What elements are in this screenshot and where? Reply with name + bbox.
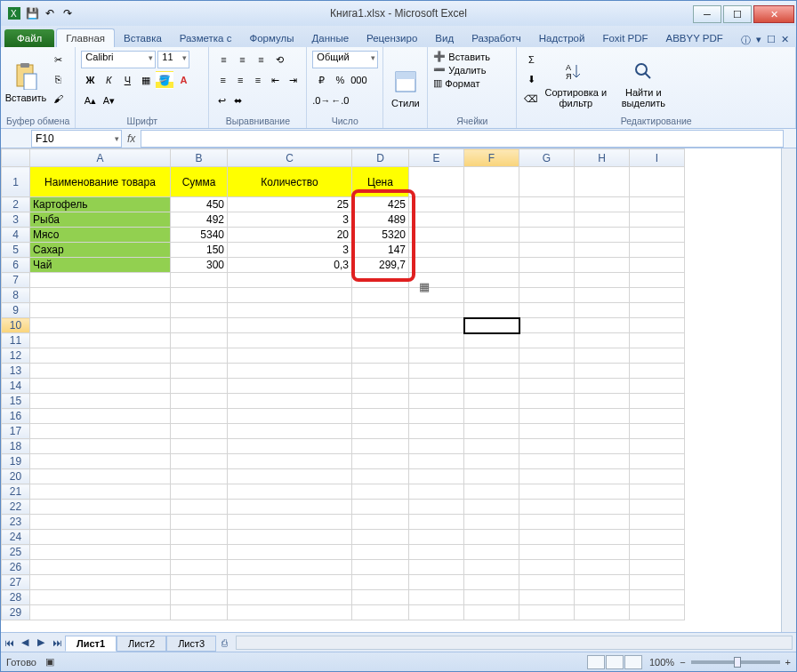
cell[interactable]: [575, 212, 630, 228]
cell-D3[interactable]: 489: [352, 212, 409, 228]
view-pagebreak-icon[interactable]: [624, 655, 642, 669]
select-all-corner[interactable]: [2, 149, 30, 167]
cell[interactable]: [519, 228, 575, 243]
cell[interactable]: [575, 243, 630, 258]
row-header-4[interactable]: 4: [2, 228, 30, 243]
comma-icon[interactable]: 000: [350, 71, 367, 89]
underline-button[interactable]: Ч: [118, 71, 136, 89]
undo-icon[interactable]: ↶: [42, 5, 58, 21]
cell-C3[interactable]: 3: [228, 212, 352, 228]
cell[interactable]: [464, 243, 519, 258]
save-icon[interactable]: 💾: [24, 5, 40, 21]
dec-decimal-icon[interactable]: ←.0: [331, 92, 349, 109]
italic-button[interactable]: К: [100, 71, 117, 89]
cell-A3[interactable]: Рыба: [30, 212, 171, 228]
sort-filter-button[interactable]: АЯ Сортировка и фильтр: [543, 51, 608, 114]
cell[interactable]: [464, 212, 519, 228]
row-header-27[interactable]: 27: [2, 575, 30, 590]
cell-C6[interactable]: 0,3: [228, 258, 352, 273]
styles-button[interactable]: Стили: [389, 51, 422, 124]
border-button[interactable]: ▦: [137, 71, 155, 89]
tab-home[interactable]: Главная: [56, 28, 115, 47]
col-header-H[interactable]: H: [575, 149, 630, 167]
row-header-3[interactable]: 3: [2, 212, 30, 228]
col-header-B[interactable]: B: [171, 149, 228, 167]
cell[interactable]: [630, 167, 685, 197]
insert-cells-label[interactable]: Вставить: [448, 52, 490, 62]
indent-dec-icon[interactable]: ⇤: [267, 71, 284, 89]
cell-B2[interactable]: 450: [171, 197, 228, 212]
tab-developer[interactable]: Разработч: [463, 29, 530, 47]
tab-abbyy[interactable]: ABBYY PDF: [657, 29, 732, 47]
row-header-12[interactable]: 12: [2, 348, 30, 364]
fill-icon[interactable]: ⬇: [522, 70, 540, 88]
delete-cells-icon[interactable]: ➖: [433, 64, 446, 76]
row-header-7[interactable]: 7: [2, 273, 30, 288]
align-left-icon[interactable]: ≡: [214, 71, 231, 89]
cell-F10[interactable]: [464, 318, 519, 333]
cell[interactable]: [630, 212, 685, 228]
minimize-button[interactable]: ─: [693, 5, 721, 23]
cell[interactable]: [409, 243, 464, 258]
name-box[interactable]: F10: [31, 130, 122, 148]
cell-A5[interactable]: Сахар: [30, 243, 171, 258]
font-size-select[interactable]: 11: [157, 51, 189, 68]
paste-button[interactable]: Вставить: [6, 51, 45, 114]
cell[interactable]: [409, 167, 464, 197]
currency-icon[interactable]: ₽: [312, 71, 330, 89]
close-button[interactable]: ✕: [753, 5, 794, 23]
zoom-level[interactable]: 100%: [649, 657, 674, 668]
col-header-G[interactable]: G: [519, 149, 575, 167]
cell[interactable]: [630, 228, 685, 243]
col-header-A[interactable]: A: [30, 149, 171, 167]
sheet-tab-3[interactable]: Лист3: [166, 636, 216, 652]
autosum-icon[interactable]: Σ: [522, 51, 540, 68]
cell-B3[interactable]: 492: [171, 212, 228, 228]
row-header-25[interactable]: 25: [2, 545, 30, 560]
orientation-icon[interactable]: ⟲: [270, 51, 288, 68]
cell[interactable]: [519, 243, 575, 258]
row-header-13[interactable]: 13: [2, 364, 30, 379]
cell[interactable]: [519, 212, 575, 228]
row-header-24[interactable]: 24: [2, 530, 30, 545]
cell[interactable]: [630, 197, 685, 212]
row-header-20[interactable]: 20: [2, 469, 30, 484]
format-cells-icon[interactable]: ▥: [433, 77, 442, 89]
col-header-C[interactable]: C: [228, 149, 352, 167]
cell[interactable]: [519, 197, 575, 212]
row-header-18[interactable]: 18: [2, 439, 30, 454]
find-select-button[interactable]: Найти и выделить: [611, 51, 675, 114]
horizontal-scrollbar[interactable]: [236, 636, 793, 650]
cell-A4[interactable]: Мясо: [30, 228, 171, 243]
cell-B6[interactable]: 300: [171, 258, 228, 273]
percent-icon[interactable]: %: [331, 71, 349, 89]
tab-formulas[interactable]: Формулы: [240, 29, 302, 47]
cell-D5[interactable]: 147: [352, 243, 409, 258]
row-header-1[interactable]: 1: [2, 167, 30, 197]
help-icon[interactable]: ⓘ: [741, 34, 751, 47]
sheet-nav-last-icon[interactable]: ⏭: [49, 635, 65, 651]
merge-icon[interactable]: ⬌: [230, 92, 246, 109]
cell-A2[interactable]: Картофель: [30, 197, 171, 212]
cell-B4[interactable]: 5340: [171, 228, 228, 243]
tab-data[interactable]: Данные: [303, 29, 358, 47]
tab-file[interactable]: Файл: [4, 29, 54, 47]
cut-icon[interactable]: ✂: [49, 51, 67, 68]
excel-icon[interactable]: X: [6, 5, 22, 21]
fill-color-button[interactable]: 🪣: [156, 71, 173, 89]
spreadsheet-grid[interactable]: A B C D E F G H I 1 Наименование товара …: [1, 148, 685, 620]
col-header-E[interactable]: E: [409, 149, 464, 167]
row-header-5[interactable]: 5: [2, 243, 30, 258]
new-sheet-icon[interactable]: ⎙: [216, 635, 232, 651]
cell-B1[interactable]: Сумма: [171, 167, 228, 197]
row-header-8[interactable]: 8: [2, 288, 30, 303]
grow-font-icon[interactable]: A▴: [81, 92, 99, 109]
inc-decimal-icon[interactable]: .0→: [312, 92, 330, 109]
cell-C1[interactable]: Количество: [228, 167, 352, 197]
row-header-19[interactable]: 19: [2, 454, 30, 469]
cell-A6[interactable]: Чай: [30, 258, 171, 273]
cell[interactable]: [409, 258, 464, 273]
cell[interactable]: [409, 228, 464, 243]
insert-cells-icon[interactable]: ➕: [433, 51, 446, 62]
cell[interactable]: [464, 197, 519, 212]
